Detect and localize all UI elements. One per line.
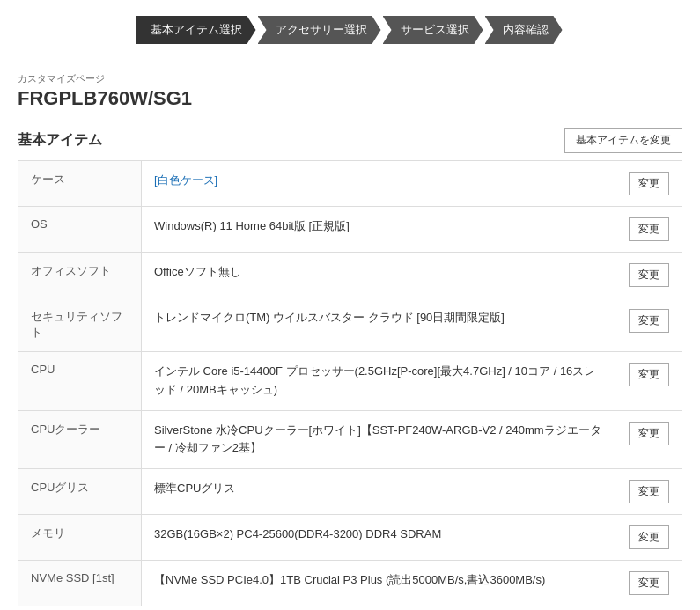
row-label: オフィスソフト — [18, 253, 142, 298]
row-value: インテル Core i5-14400F プロセッサー(2.5GHz[P-core… — [142, 352, 617, 411]
row-action: 変更 — [616, 207, 682, 253]
row-value-link[interactable]: [白色ケース] — [154, 173, 217, 187]
page-content: カスタマイズページ FRGPLB760W/SG1 基本アイテム 基本アイテムを変… — [0, 58, 700, 610]
breadcrumb-step-3[interactable]: 内容確認 — [485, 16, 563, 44]
section-header: 基本アイテム 基本アイテムを変更 — [18, 128, 682, 153]
page-title: FRGPLB760W/SG1 — [18, 87, 682, 110]
row-label: ケース — [18, 161, 142, 207]
table-row: CPUインテル Core i5-14400F プロセッサー(2.5GHz[P-c… — [18, 352, 682, 411]
row-action: 変更 — [616, 410, 682, 469]
change-button[interactable]: 変更 — [629, 422, 669, 445]
change-button[interactable]: 変更 — [629, 172, 669, 195]
row-label: CPUクーラー — [18, 410, 142, 469]
table-row: ケース[白色ケース]変更 — [18, 161, 682, 207]
row-label: CPUグリス — [18, 469, 142, 515]
change-button[interactable]: 変更 — [629, 525, 669, 549]
change-button[interactable]: 変更 — [629, 217, 669, 241]
row-value: 標準CPUグリス — [142, 469, 617, 515]
row-value: [白色ケース] — [142, 161, 617, 207]
row-action: 変更 — [616, 298, 682, 352]
row-action: 変更 — [616, 515, 682, 561]
row-value: SilverStone 水冷CPUクーラー[ホワイト]【SST-PF240W-A… — [142, 410, 617, 469]
row-value: Officeソフト無し — [142, 253, 617, 298]
breadcrumb-nav: 基本アイテム選択アクセサリー選択サービス選択内容確認 — [0, 0, 700, 58]
change-button[interactable]: 変更 — [629, 309, 669, 333]
breadcrumb-step-2[interactable]: サービス選択 — [383, 16, 483, 44]
breadcrumb-step-0[interactable]: 基本アイテム選択 — [136, 16, 256, 44]
row-action: 変更 — [616, 161, 682, 207]
row-label: OS — [18, 207, 142, 253]
spec-table: ケース[白色ケース]変更OSWindows(R) 11 Home 64bit版 … — [18, 160, 682, 606]
row-label: セキュリティソフト — [18, 298, 142, 352]
row-label: メモリ — [18, 515, 142, 561]
breadcrumb-list: 基本アイテム選択アクセサリー選択サービス選択内容確認 — [136, 16, 564, 44]
row-value: Windows(R) 11 Home 64bit版 [正規版] — [142, 207, 617, 253]
row-value: 32GB(16GB×2) PC4-25600(DDR4-3200) DDR4 S… — [142, 515, 617, 561]
table-row: メモリ32GB(16GB×2) PC4-25600(DDR4-3200) DDR… — [18, 515, 682, 561]
table-row: オフィスソフトOfficeソフト無し変更 — [18, 253, 682, 298]
row-action: 変更 — [616, 352, 682, 411]
breadcrumb-label: カスタマイズページ — [18, 72, 682, 85]
change-basic-button[interactable]: 基本アイテムを変更 — [564, 128, 682, 153]
change-button[interactable]: 変更 — [629, 480, 669, 503]
change-button[interactable]: 変更 — [629, 363, 669, 386]
change-button[interactable]: 変更 — [629, 263, 669, 287]
row-value: 【NVMe SSD PCIe4.0】1TB Crucial P3 Plus (読… — [142, 561, 617, 606]
row-action: 変更 — [616, 469, 682, 515]
table-row: NVMe SSD [1st]【NVMe SSD PCIe4.0】1TB Cruc… — [18, 561, 682, 606]
row-label: NVMe SSD [1st] — [18, 561, 142, 606]
row-label: CPU — [18, 352, 142, 411]
section-title: 基本アイテム — [18, 131, 102, 150]
breadcrumb-step-1[interactable]: アクセサリー選択 — [258, 16, 381, 44]
row-value: トレンドマイクロ(TM) ウイルスバスター クラウド [90日期間限定版] — [142, 298, 617, 352]
row-action: 変更 — [616, 253, 682, 298]
table-row: セキュリティソフトトレンドマイクロ(TM) ウイルスバスター クラウド [90日… — [18, 298, 682, 352]
change-button[interactable]: 変更 — [629, 571, 669, 595]
table-row: CPUグリス標準CPUグリス変更 — [18, 469, 682, 515]
table-row: CPUクーラーSilverStone 水冷CPUクーラー[ホワイト]【SST-P… — [18, 410, 682, 469]
row-action: 変更 — [616, 561, 682, 606]
table-row: OSWindows(R) 11 Home 64bit版 [正規版]変更 — [18, 207, 682, 253]
